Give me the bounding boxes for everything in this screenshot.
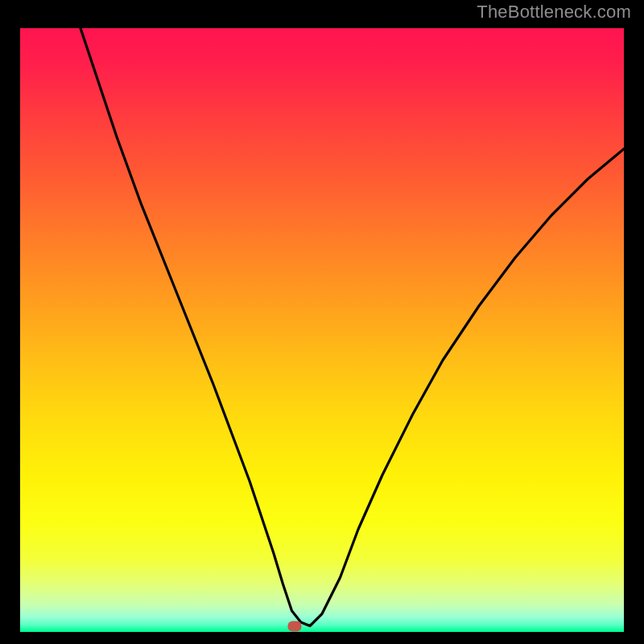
chart-frame (12, 20, 632, 640)
curve-svg (20, 28, 624, 632)
bottleneck-curve (80, 28, 624, 626)
minimum-marker (288, 621, 302, 631)
plot-area (20, 28, 624, 632)
